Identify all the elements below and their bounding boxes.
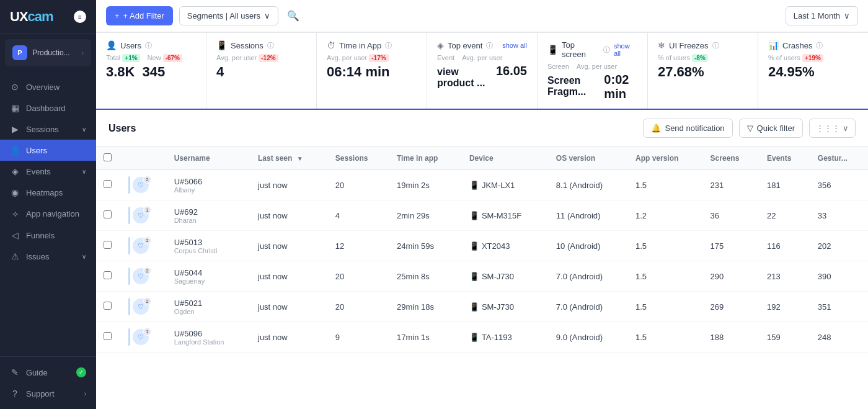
stat-info-users-icon[interactable]: ⓘ xyxy=(145,41,152,50)
send-notification-button[interactable]: 🔔 Send notification xyxy=(643,119,732,138)
th-os-version[interactable]: OS version xyxy=(549,147,628,170)
heatmaps-icon: ◉ xyxy=(10,187,20,197)
avatar-badge: 2 xyxy=(143,267,151,275)
cell-username[interactable]: U#5021 Ogden xyxy=(167,292,250,322)
row-checkbox-U#5021[interactable] xyxy=(104,302,112,310)
sessions-chevron-icon: ∨ xyxy=(82,126,86,133)
segments-chevron-icon: ∨ xyxy=(264,11,270,20)
th-gestures[interactable]: Gestur... xyxy=(810,147,868,170)
cell-device: 📱JKM-LX1 xyxy=(462,170,549,200)
users-actions: 🔔 Send notification ▽ Quick filter ⋮⋮⋮ ∨ xyxy=(643,119,856,138)
cell-username[interactable]: U#5066 Albany xyxy=(167,170,250,200)
cell-sessions: 20 xyxy=(328,292,389,322)
quick-filter-button[interactable]: ▽ Quick filter xyxy=(739,119,803,138)
support-icon: ? xyxy=(10,389,20,398)
badge-new: -67% xyxy=(163,54,182,62)
row-checkbox-cell[interactable] xyxy=(96,200,121,231)
stat-title-sessions: Sessions xyxy=(231,41,264,50)
table-row: ♡ 2 U#5021 Ogden just now 20 29min 18s 📱… xyxy=(96,292,868,322)
cell-username[interactable]: U#5013 Corpus Christi xyxy=(167,231,250,261)
sidebar-item-heatmaps[interactable]: ◉ Heatmaps xyxy=(0,182,96,203)
stat-values-time: 06:14 min xyxy=(327,64,417,80)
user-city: Dharan xyxy=(174,217,243,224)
stat-value-event: view product ... xyxy=(437,66,489,89)
row-checkbox-U#5013[interactable] xyxy=(104,241,112,249)
search-button[interactable]: 🔍 xyxy=(285,7,302,24)
sidebar-item-funnels[interactable]: ◁ Funnels xyxy=(0,225,96,246)
stat-info-crashes-icon[interactable]: ⓘ xyxy=(816,41,823,50)
date-range-button[interactable]: Last 1 Month ∨ xyxy=(786,6,858,25)
add-filter-button[interactable]: + + Add Filter xyxy=(106,6,173,25)
sidebar-item-issues[interactable]: ⚠ Issues ∨ xyxy=(0,246,96,267)
row-checkbox-cell[interactable] xyxy=(96,231,121,261)
sidebar-item-overview[interactable]: ⊙ Overview xyxy=(0,76,96,97)
stat-info-event-icon[interactable]: ⓘ xyxy=(486,41,493,50)
row-checkbox-U#692[interactable] xyxy=(104,210,112,218)
cell-last-seen: just now xyxy=(250,170,328,200)
cell-events: 181 xyxy=(760,170,810,200)
row-checkbox-U#5044[interactable] xyxy=(104,271,112,279)
th-screens[interactable]: Screens xyxy=(703,147,760,170)
row-checkbox-cell[interactable] xyxy=(96,170,121,200)
segments-button[interactable]: Segments | All users ∨ xyxy=(179,6,278,25)
row-indicator-cell: ♡ 2 xyxy=(121,231,167,261)
cell-username[interactable]: U#692 Dharan xyxy=(167,200,250,231)
stat-info-screen-icon[interactable]: ⓘ xyxy=(603,45,610,55)
cell-app-version: 1.5 xyxy=(628,261,703,292)
th-events[interactable]: Events xyxy=(760,147,810,170)
cell-time-in-app: 2min 29s xyxy=(389,200,462,231)
device-icon: 📱 xyxy=(469,211,479,220)
stat-info-sessions-icon[interactable]: ⓘ xyxy=(267,41,274,50)
sidebar-item-support[interactable]: ? Support › xyxy=(0,383,96,404)
stat-value-time: 06:14 min xyxy=(327,64,390,80)
cell-username[interactable]: U#5096 Langford Station xyxy=(167,322,250,353)
th-sessions[interactable]: Sessions xyxy=(328,147,389,170)
cell-os: 8.1 (Android) xyxy=(549,170,628,200)
user-city: Ogden xyxy=(174,308,243,315)
issues-icon: ⚠ xyxy=(10,251,20,261)
show-all-events-link[interactable]: show all xyxy=(502,42,527,49)
user-id: U#5096 xyxy=(174,329,243,338)
table-header: Username Last seen ▼ Sessions Time in ap… xyxy=(96,147,868,170)
sidebar-item-dashboard[interactable]: ▦ Dashboard xyxy=(0,97,96,119)
th-time-in-app[interactable]: Time in app xyxy=(389,147,462,170)
dashboard-icon: ▦ xyxy=(10,103,20,113)
th-device[interactable]: Device xyxy=(462,147,549,170)
sidebar-label-app-navigation: App navigation xyxy=(26,209,79,218)
stat-header-event: ◈ Top event ⓘ show all xyxy=(437,40,527,50)
row-checkbox-cell[interactable] xyxy=(96,261,121,292)
th-last-seen[interactable]: Last seen ▼ xyxy=(250,147,328,170)
cell-username[interactable]: U#5044 Saguenay xyxy=(167,261,250,292)
sidebar-item-app-navigation[interactable]: ⟡ App navigation xyxy=(0,203,96,225)
sidebar-item-sessions[interactable]: ▶ Sessions ∨ xyxy=(0,119,96,140)
stat-header-time: ⏱ Time in App ⓘ xyxy=(327,40,417,50)
sidebar-item-guide[interactable]: ✎ Guide ✓ xyxy=(0,362,96,383)
guide-icon: ✎ xyxy=(10,367,20,377)
row-checkbox-cell[interactable] xyxy=(96,322,121,353)
stat-card-users: 👤 Users ⓘ Total +1% New -67% 3.8K 345 xyxy=(96,33,206,109)
sidebar-item-events[interactable]: ◈ Events ∨ xyxy=(0,161,96,182)
sidebar-toggle[interactable]: ≡ xyxy=(74,11,86,23)
show-all-screens-link[interactable]: show all xyxy=(614,42,637,57)
stat-info-time-icon[interactable]: ⓘ xyxy=(385,41,392,50)
th-username[interactable]: Username xyxy=(167,147,250,170)
cell-gestures: 390 xyxy=(810,261,868,292)
sidebar-item-users[interactable]: 👤 Users xyxy=(0,140,96,161)
row-checkbox-U#5066[interactable] xyxy=(104,180,112,188)
stat-header-crashes: 📊 Crashes ⓘ xyxy=(768,40,858,50)
select-all-checkbox[interactable] xyxy=(104,153,112,161)
stat-info-freezes-icon[interactable]: ⓘ xyxy=(712,41,719,50)
th-select-all[interactable] xyxy=(96,147,121,170)
workspace-selector[interactable]: P Productio... › xyxy=(5,39,91,66)
cell-app-version: 1.5 xyxy=(628,322,703,353)
row-checkbox-cell[interactable] xyxy=(96,292,121,322)
cell-screens: 36 xyxy=(703,200,760,231)
th-app-version[interactable]: App version xyxy=(628,147,703,170)
columns-toggle-button[interactable]: ⋮⋮⋮ ∨ xyxy=(809,119,856,138)
topbar: + + Add Filter Segments | All users ∨ 🔍 … xyxy=(96,0,868,32)
row-checkbox-U#5096[interactable] xyxy=(104,332,112,340)
stat-card-ui-freezes: ❄ UI Freezes ⓘ % of users -8% 27.68% xyxy=(648,33,758,109)
cell-device: 📱SM-M315F xyxy=(462,200,549,231)
row-indicator-cell: ♡ 2 xyxy=(121,292,167,322)
add-filter-label: + Add Filter xyxy=(123,11,164,20)
